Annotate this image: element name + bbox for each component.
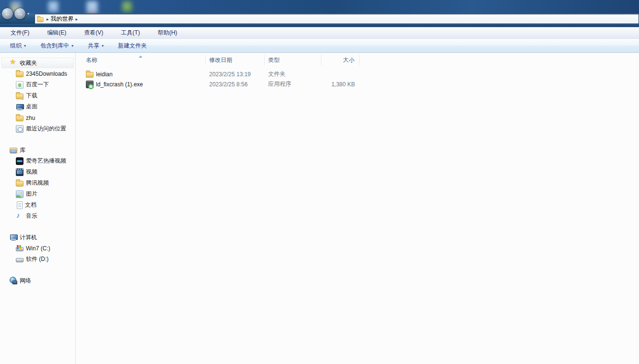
sidebar-item-zhu[interactable]: zhu [0,112,75,123]
new-folder-button[interactable]: 新建文件夹 [114,40,151,52]
folder-icon [16,71,24,77]
network-group: 网络 [0,275,75,286]
blurred-desktop-icon [122,1,132,12]
file-row-leidian[interactable]: leidian 2023/2/25 13:19 文件夹 [76,69,639,79]
recent-places-icon [16,125,24,133]
organize-button[interactable]: 组织 ▾ [6,40,30,52]
download-folder-icon [16,94,24,99]
sidebar-item-libraries[interactable]: 库 [1,145,74,155]
sidebar-item-drive-d[interactable]: 软件 (D:) [0,254,75,265]
sidebar-label: 百度一下 [26,81,49,89]
include-in-library-button[interactable]: 包含到库中 ▾ [36,40,78,52]
column-header-date-modified[interactable]: 修改日期 [206,55,265,65]
sidebar-label: 爱奇艺热播视频 [26,157,66,165]
sidebar-label: 收藏夹 [20,59,37,67]
sidebar-label: 网络 [20,277,31,285]
titlebar-glass [0,0,639,13]
include-in-library-label: 包含到库中 [40,42,69,50]
sidebar-label: 腾讯视频 [26,179,49,187]
folder-icon [16,116,24,121]
column-headers: 名称 修改日期 类型 大小 [76,55,639,65]
sidebar-item-computer[interactable]: 计算机 [1,232,74,243]
sort-ascending-icon [139,56,142,58]
desktop-icon [16,103,24,111]
sidebar-label: zhu [26,115,35,121]
file-date: 2023/2/25 8:56 [206,79,265,89]
folder-icon [86,72,94,78]
back-button[interactable]: ← [1,8,13,20]
folder-icon [16,181,24,187]
menu-edit[interactable]: 编辑(E) [43,27,70,38]
computer-group: 计算机 Win7 (C:) 软件 (D:) [0,232,75,265]
sidebar-label: 文档 [25,201,36,209]
menu-file[interactable]: 文件(F) [7,27,33,38]
videos-library-icon [16,168,24,176]
exe-icon [86,81,94,88]
menu-help[interactable]: 帮助(H) [154,27,181,38]
file-list-pane: 名称 修改日期 类型 大小 leidian 2023/2/25 13:19 文件… [76,53,639,364]
sidebar-label: Win7 (C:) [26,245,50,252]
sidebar-item-network[interactable]: 网络 [1,275,74,286]
sidebar-item-2345downloads[interactable]: 2345Downloads [0,68,75,79]
sidebar-label: 软件 (D:) [26,255,48,263]
sidebar-item-pictures[interactable]: 图片 [0,188,75,200]
computer-icon [10,234,17,241]
sidebar-label: 视频 [26,168,37,176]
sidebar-item-baidu[interactable]: 百度一下 [0,79,75,90]
sidebar-item-videos[interactable]: 视频 [0,166,75,177]
sidebar-label: 计算机 [20,234,37,242]
share-label: 共享 [88,42,99,50]
library-icon [10,148,17,153]
blurred-desktop-icon [48,1,59,12]
column-label: 修改日期 [209,56,232,64]
command-toolbar: 组织 ▾ 包含到库中 ▾ 共享 ▾ 新建文件夹 [0,39,639,53]
file-type: 文件夹 [265,69,321,79]
sidebar-label: 库 [20,146,25,154]
menu-tools[interactable]: 工具(T) [117,27,143,38]
sidebar-item-downloads[interactable]: 下载 [0,90,75,101]
sidebar-item-documents[interactable]: 文档 [0,200,75,211]
file-row-ld-fixcrash[interactable]: ld_fixcrash (1).exe 2023/2/25 8:56 应用程序 … [76,79,639,89]
forward-button[interactable]: → [14,8,26,20]
column-header-size[interactable]: 大小 [321,55,360,65]
blurred-desktop-icon [86,1,98,13]
back-arrow-icon: ← [4,11,11,17]
sidebar-item-recent-places[interactable]: 最近访问的位置 [0,123,75,134]
share-button[interactable]: 共享 ▾ [83,40,108,52]
menu-bar: 文件(F) 编辑(E) 查看(V) 工具(T) 帮助(H) [0,27,639,39]
menu-view[interactable]: 查看(V) [80,27,107,38]
sidebar-label: 桌面 [26,103,37,111]
file-name: ld_fixcrash (1).exe [96,81,143,88]
iqiyi-icon [16,157,24,165]
file-size: 1,380 KB [321,79,360,89]
sidebar-item-drive-c[interactable]: Win7 (C:) [0,243,75,254]
sidebar-item-tencent-video[interactable]: 腾讯视频 [0,177,75,188]
breadcrumb-path[interactable]: 我的世界 [51,15,74,23]
new-folder-label: 新建文件夹 [118,42,147,50]
sidebar-item-music[interactable]: 音乐 [0,211,75,222]
column-label: 大小 [343,56,355,64]
sidebar-item-desktop[interactable]: 桌面 [0,101,75,112]
address-bar[interactable]: ▸ 我的世界 ▸ [35,14,639,24]
drive-icon [16,258,24,262]
column-label: 名称 [86,56,97,64]
column-label: 类型 [268,56,280,64]
file-type: 应用程序 [265,79,321,89]
breadcrumb-arrow-icon[interactable]: ▸ [47,17,49,22]
recent-pages-caret-icon[interactable]: ▾ [27,12,29,16]
folder-icon [37,17,44,22]
navigation-bar: ▸ 我的世界 ▸ ← → ▾ [0,13,639,24]
libraries-group: 库 爱奇艺热播视频 视频 腾讯视频 图片 文档 [0,145,75,222]
file-list: leidian 2023/2/25 13:19 文件夹 ld_fixcrash … [76,69,639,89]
breadcrumb-arrow-icon[interactable]: ▸ [76,17,78,22]
chevron-down-icon: ▾ [71,44,73,48]
chevron-down-icon: ▾ [102,44,104,48]
music-library-icon [16,212,24,220]
column-header-type[interactable]: 类型 [265,55,321,65]
sidebar-item-iqiyi-videos[interactable]: 爱奇艺热播视频 [0,155,75,166]
chevron-down-icon: ▾ [24,44,26,48]
sidebar-label: 下载 [26,92,37,100]
file-size [321,69,360,79]
sidebar-item-favorites[interactable]: 收藏夹 [1,58,74,68]
sidebar-label: 2345Downloads [26,70,67,77]
